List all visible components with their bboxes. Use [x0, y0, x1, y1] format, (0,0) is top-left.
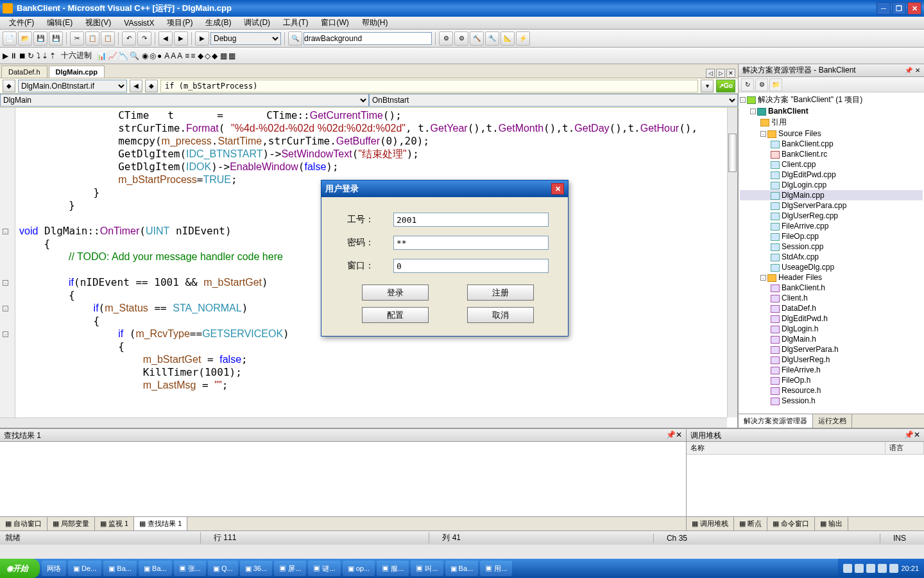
nav-back-button[interactable]: ◀ — [158, 31, 173, 46]
tab-run-doc[interactable]: 运行文档 — [813, 414, 852, 428]
config-dropdown[interactable]: Debug — [210, 32, 281, 45]
close-icon[interactable]: ✕ — [676, 430, 682, 440]
tool-button[interactable]: 📊 — [97, 51, 107, 60]
tool-button[interactable]: ▦ — [228, 51, 235, 60]
vertical-scrollbar[interactable] — [727, 108, 737, 417]
copy-button[interactable]: 📋 — [85, 31, 99, 46]
close-icon[interactable]: ✕ — [915, 67, 920, 74]
save-all-button[interactable]: 💾 — [49, 31, 63, 46]
tab-dlgmain[interactable]: DlgMain.cpp — [49, 66, 105, 78]
minimize-button[interactable]: ─ — [877, 2, 891, 15]
restart-button[interactable]: ↻ — [28, 51, 34, 60]
tool-button[interactable]: A — [177, 51, 182, 60]
scope-dropdown[interactable]: DlgMain.OnBtnstart.if — [18, 80, 127, 92]
sol-refresh-icon[interactable]: ↻ — [741, 78, 754, 91]
close-button[interactable]: ✕ — [907, 2, 921, 15]
tool-button[interactable]: ● — [157, 51, 162, 60]
member-dropdown[interactable]: OnBtnstart — [369, 94, 738, 107]
tab-close-icon[interactable]: ✕ — [726, 69, 735, 78]
redo-button[interactable]: ↷ — [137, 31, 151, 46]
nav-fwd-button[interactable]: ▶ — [174, 31, 188, 46]
undo-button[interactable]: ↶ — [122, 31, 136, 46]
tool-button[interactable]: ▦ — [220, 51, 227, 60]
pin-icon[interactable]: 📌 — [905, 67, 912, 74]
class-dropdown[interactable]: DlgMain — [0, 94, 369, 107]
sol-props-icon[interactable]: ⚙ — [755, 78, 768, 91]
tab-breakpoints[interactable]: ▦ 断点 — [734, 517, 767, 530]
config-button[interactable]: 配置 — [362, 307, 429, 323]
pin-icon[interactable]: 📌 — [904, 430, 914, 440]
solution-tree[interactable]: -解决方案 "BankClient" (1 项目)-BankClient引用-S… — [739, 92, 924, 414]
menu-help[interactable]: 帮助(H) — [355, 16, 395, 30]
tab-solution-explorer[interactable]: 解决方案资源管理器 — [739, 414, 813, 428]
scope-icon[interactable]: ◆ — [3, 80, 15, 92]
step-out-button[interactable]: ⇡ — [49, 51, 56, 60]
nav-marker-icon[interactable]: ◆ — [145, 80, 158, 92]
dialog-close-button[interactable]: ✕ — [551, 183, 564, 195]
tool-button[interactable]: ⚡ — [516, 31, 530, 46]
pause-button[interactable]: ⏸ — [10, 51, 17, 60]
menu-debug[interactable]: 调试(D) — [237, 16, 277, 30]
menu-file[interactable]: 文件(F) — [3, 16, 40, 30]
horizontal-scrollbar[interactable] — [0, 417, 727, 428]
close-icon[interactable]: ✕ — [914, 430, 920, 440]
tab-autos[interactable]: ▦ 自动窗口 — [0, 517, 47, 530]
tool-button[interactable]: ⚙ — [439, 31, 453, 46]
menu-project[interactable]: 项目(P) — [160, 16, 199, 30]
menu-tools[interactable]: 工具(T) — [277, 16, 314, 30]
paste-button[interactable]: 📋 — [101, 31, 115, 46]
save-button[interactable]: 💾 — [33, 31, 47, 46]
sol-showfiles-icon[interactable]: 📁 — [769, 78, 782, 91]
input-employee-id[interactable] — [393, 213, 549, 227]
col-lang[interactable]: 语言 — [886, 442, 924, 454]
tab-next-icon[interactable]: ▷ — [716, 69, 725, 78]
tool-button[interactable]: ≡ — [191, 51, 195, 60]
start-debug-button[interactable]: ▶ — [195, 31, 209, 46]
login-button[interactable]: 登录 — [362, 285, 429, 301]
callstack-body[interactable] — [687, 455, 924, 516]
tool-button[interactable]: ◉ — [142, 51, 148, 60]
tab-datadef[interactable]: DataDef.h — [1, 66, 47, 78]
tool-button[interactable]: ◆ — [198, 51, 203, 60]
tool-button[interactable]: A — [171, 51, 176, 60]
step-over-button[interactable]: ⤵ — [37, 51, 40, 60]
breadcrumb[interactable]: if (m_bStartProcess) — [160, 80, 698, 92]
tool-button[interactable]: ◆ — [212, 51, 218, 60]
input-password[interactable] — [393, 236, 549, 250]
open-button[interactable]: 📂 — [18, 31, 32, 46]
restore-button[interactable]: ❐ — [892, 2, 906, 15]
menu-edit[interactable]: 编辑(E) — [40, 16, 79, 30]
tool-button[interactable]: A — [164, 51, 169, 60]
find-icon[interactable]: 🔍 — [288, 31, 302, 46]
tool-button[interactable]: 📐 — [501, 31, 515, 46]
step-in-button[interactable]: ⇣ — [42, 51, 48, 60]
tab-callstack[interactable]: ▦ 调用堆栈 — [687, 517, 734, 530]
nav-back-icon[interactable]: ◀ — [130, 80, 142, 92]
new-button[interactable]: 📄 — [3, 31, 17, 46]
tab-watch[interactable]: ▦ 监视 1 — [95, 517, 134, 530]
input-window[interactable] — [393, 259, 549, 273]
tab-prev-icon[interactable]: ◁ — [706, 69, 715, 78]
tool-button[interactable]: ≡ — [185, 51, 189, 60]
tool-button[interactable]: 📉 — [119, 51, 128, 60]
menu-build[interactable]: 生成(B) — [199, 16, 237, 30]
cut-button[interactable]: ✂ — [70, 31, 84, 46]
tool-button[interactable]: 📈 — [108, 51, 117, 60]
tab-find-results[interactable]: ▦ 查找结果 1 — [134, 517, 187, 530]
cancel-button[interactable]: 取消 — [467, 307, 534, 323]
find-input[interactable] — [304, 32, 432, 45]
col-name[interactable]: 名称 — [687, 442, 886, 454]
tool-button[interactable]: ◎ — [150, 51, 156, 60]
tool-button[interactable]: 🔍 — [130, 51, 139, 60]
go-button[interactable]: ↗Go — [716, 80, 735, 92]
dropdown-icon[interactable]: ▾ — [701, 80, 714, 92]
stop-button[interactable]: ⏹ — [19, 51, 26, 60]
tool-button[interactable]: ◇ — [205, 51, 210, 60]
tab-locals[interactable]: ▦ 局部变量 — [47, 517, 95, 530]
continue-button[interactable]: ▶ — [3, 51, 8, 60]
find-results-body[interactable] — [0, 442, 686, 516]
tool-button[interactable]: ⚙ — [454, 31, 468, 46]
menu-vassist[interactable]: VAssistX — [117, 17, 160, 29]
tab-output[interactable]: ▦ 输出 — [815, 517, 848, 530]
tool-button[interactable]: 🔨 — [470, 31, 484, 46]
